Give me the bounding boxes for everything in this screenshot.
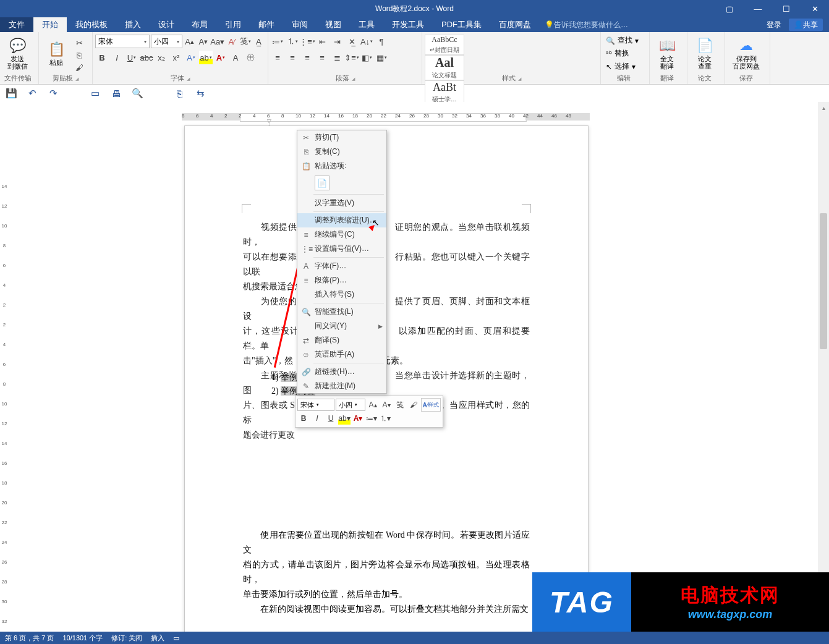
mini-bullets[interactable]: ≔▾ — [365, 412, 378, 425]
change-case-button[interactable]: Aa▾ — [211, 35, 224, 48]
scroll-up[interactable]: ▴ — [818, 102, 829, 113]
send-wechat-button[interactable]: 💬发送 到微信 — [2, 33, 32, 74]
show-marks-button[interactable]: ¶ — [375, 35, 388, 48]
justify-button[interactable]: ≡ — [315, 51, 329, 64]
mini-phonetic[interactable]: 笺 — [394, 399, 406, 411]
tab-home[interactable]: 开始 — [33, 17, 67, 32]
tab-review[interactable]: 审阅 — [283, 17, 317, 32]
bullets-button[interactable]: ≔ — [271, 35, 284, 48]
char-border-button[interactable]: A̲ — [253, 35, 265, 48]
close-button[interactable]: ✕ — [801, 0, 829, 17]
align-right-button[interactable]: ≡ — [300, 51, 314, 64]
align-center-button[interactable]: ≡ — [286, 51, 299, 64]
tab-layout[interactable]: 布局 — [183, 17, 216, 32]
tab-file[interactable]: 文件 — [0, 17, 33, 32]
save-baidu-button[interactable]: ☁保存到 百度网盘 — [728, 33, 765, 74]
qat-redo-button[interactable]: ↷ — [47, 87, 59, 100]
superscript-button[interactable]: x² — [169, 51, 183, 64]
status-words[interactable]: 10/1301 个字 — [62, 633, 103, 643]
select-button[interactable]: ↖ 选择 ▾ — [603, 61, 647, 72]
tab-pdf[interactable]: PDF工具集 — [433, 17, 490, 32]
mini-grow-font[interactable]: A▴ — [367, 399, 379, 411]
context-item[interactable]: ⎘复制(C) — [297, 145, 386, 159]
enclose-char-button[interactable]: ㊥ — [244, 51, 257, 64]
font-name-combo[interactable]: 宋体▾ — [95, 35, 150, 48]
qat-btn-5[interactable]: 🖶 — [110, 87, 122, 100]
share-button[interactable]: 👤 共享 — [789, 19, 823, 31]
context-item[interactable]: 插入符号(S) — [297, 287, 386, 302]
shading-button[interactable]: ◧ — [360, 51, 373, 64]
context-item[interactable]: 📋粘贴选项: — [297, 159, 386, 173]
vertical-scrollbar[interactable]: ▴ ▾ — [818, 102, 829, 632]
context-item[interactable]: 汉字重选(V) — [297, 196, 386, 210]
qat-btn-7[interactable]: ⎘ — [173, 87, 185, 100]
tab-dev[interactable]: 开发工具 — [383, 17, 433, 32]
font-size-combo[interactable]: 小四▾ — [151, 35, 182, 48]
paste-button[interactable]: 📋粘贴 — [41, 33, 71, 74]
status-insert[interactable]: 插入 — [151, 633, 164, 643]
qat-btn-4[interactable]: ▭ — [89, 87, 101, 100]
login-link[interactable]: 登录 — [767, 20, 781, 30]
translate-button[interactable]: 📖全文 翻译 — [652, 33, 682, 74]
tab-view[interactable]: 视图 — [317, 17, 350, 32]
mini-font-combo[interactable]: 宋体▾ — [297, 399, 334, 411]
qat-undo-button[interactable]: ↶ — [26, 87, 38, 100]
distribute-button[interactable]: ≣ — [330, 51, 344, 64]
increase-indent-button[interactable]: ⇥ — [330, 35, 344, 48]
find-button[interactable]: 🔍 查找 ▾ — [603, 35, 647, 46]
ribbon-options-icon[interactable]: ▢ — [715, 0, 744, 17]
bold-button[interactable]: B — [95, 51, 109, 64]
status-page[interactable]: 第 6 页，共 7 页 — [5, 633, 54, 643]
underline-button[interactable]: U — [125, 51, 138, 64]
mini-shrink-font[interactable]: A▾ — [380, 399, 393, 411]
paste-option-keep-text[interactable]: 📄 — [315, 176, 329, 190]
shrink-font-button[interactable]: A▾ — [197, 35, 210, 48]
qat-save-button[interactable]: 💾 — [5, 87, 17, 100]
context-item[interactable]: ⇄翻译(S) — [297, 333, 386, 347]
context-item[interactable]: 🔗超链接(H)… — [297, 365, 386, 379]
minimize-button[interactable]: — — [744, 0, 772, 17]
format-painter-button[interactable]: 🖌 — [74, 62, 85, 73]
multilevel-button[interactable]: ⋮≡ — [300, 35, 314, 48]
phonetic-button[interactable]: 笺 — [239, 35, 252, 48]
maximize-button[interactable]: ☐ — [772, 0, 801, 17]
context-item[interactable]: ≡段落(P)… — [297, 273, 386, 287]
align-left-button[interactable]: ≡ — [271, 51, 284, 64]
line-spacing-button[interactable]: ⇕≡ — [345, 51, 359, 64]
tab-baidu[interactable]: 百度网盘 — [490, 17, 540, 32]
context-item[interactable]: 同义词(Y)▶ — [297, 319, 386, 333]
mini-format-painter[interactable]: 🖌 — [407, 399, 420, 411]
context-item[interactable]: 🔍智能查找(L) — [297, 305, 386, 319]
strike-button[interactable]: abc — [140, 51, 153, 64]
tab-tools[interactable]: 工具 — [350, 17, 383, 32]
mini-font-color[interactable]: A▾ — [352, 412, 364, 425]
mini-italic[interactable]: I — [311, 412, 323, 425]
scroll-thumb[interactable] — [820, 213, 827, 349]
decrease-indent-button[interactable]: ⇤ — [315, 35, 329, 48]
mini-bold[interactable]: B — [297, 412, 310, 425]
replace-button[interactable]: ᵃᵇ 替换 — [603, 48, 647, 59]
borders-button[interactable]: ▦ — [375, 51, 388, 64]
mini-styles-button[interactable]: A⁄样式 — [421, 398, 441, 412]
grow-font-button[interactable]: A▴ — [184, 35, 196, 48]
font-color-button[interactable]: A — [214, 51, 227, 64]
context-item[interactable]: ⋮≡设置编号值(V)… — [297, 242, 386, 256]
tab-mytemplate[interactable]: 我的模板 — [67, 17, 116, 32]
mini-underline[interactable]: U — [325, 412, 337, 425]
clear-format-button[interactable]: A⁄ — [226, 35, 238, 48]
subscript-button[interactable]: x₂ — [155, 51, 168, 64]
tab-insert[interactable]: 插入 — [116, 17, 150, 32]
horizontal-ruler[interactable]: 8642246810121416182022242628303234363840… — [182, 112, 590, 122]
highlight-button[interactable]: ab — [199, 51, 213, 64]
mini-numbering[interactable]: ⒈▾ — [379, 412, 391, 425]
sort-button[interactable]: A↓ — [360, 35, 373, 48]
mini-size-combo[interactable]: 小四▾ — [336, 399, 365, 411]
status-track[interactable]: 修订: 关闭 — [111, 633, 142, 643]
italic-button[interactable]: I — [110, 51, 124, 64]
char-shading-button[interactable]: A — [229, 51, 242, 64]
tab-design[interactable]: 设计 — [150, 17, 183, 32]
tab-mail[interactable]: 邮件 — [250, 17, 283, 32]
text-effects-button[interactable]: A — [184, 51, 198, 64]
tell-me[interactable]: 💡 告诉我您想要做什么… — [540, 17, 628, 32]
cut-button[interactable]: ✂ — [74, 37, 85, 48]
